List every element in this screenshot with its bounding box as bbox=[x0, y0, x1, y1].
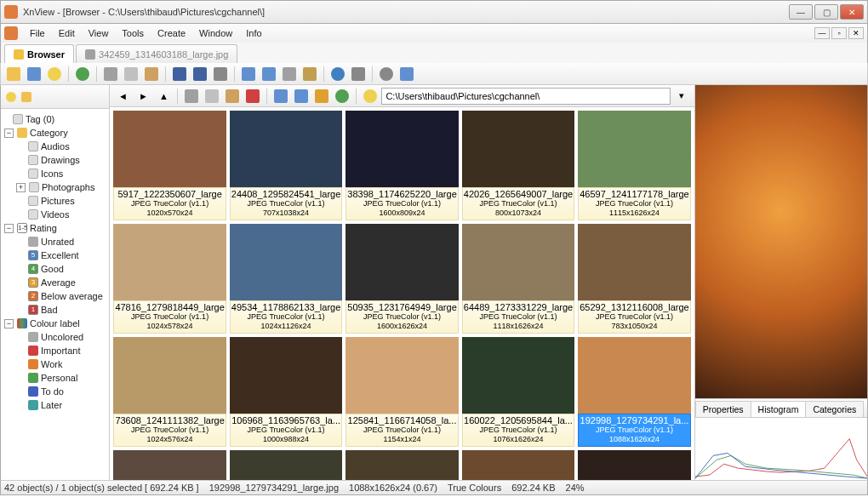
nav-copy-button[interactable] bbox=[203, 87, 221, 106]
tab-properties[interactable]: Properties bbox=[695, 401, 751, 417]
save-button[interactable] bbox=[25, 65, 43, 83]
search-button[interactable] bbox=[300, 65, 319, 83]
path-input[interactable] bbox=[381, 88, 670, 105]
tree-rating-4[interactable]: 4Good bbox=[3, 262, 107, 276]
tree-colour-work[interactable]: Work bbox=[3, 357, 107, 371]
maximize-button[interactable]: ▢ bbox=[814, 4, 838, 20]
menu-tools[interactable]: Tools bbox=[115, 26, 151, 40]
thumbnail-item[interactable]: 64489_1273331229_largeJPEG TrueColor (v1… bbox=[462, 224, 574, 334]
tab-histogram[interactable]: Histogram bbox=[751, 401, 807, 417]
tree-cat-pictures[interactable]: Pictures bbox=[3, 194, 107, 208]
thumbnail-item[interactable]: 106968_1163965763_la...JPEG TrueColor (v… bbox=[230, 337, 342, 447]
menu-info[interactable]: Info bbox=[239, 26, 268, 40]
tab-image[interactable]: 342459_1314603188_large.jpg bbox=[76, 44, 237, 63]
thumbnail-item[interactable]: 232947_1272920540_la...JPEG TrueColor (v… bbox=[462, 450, 574, 480]
menu-edit[interactable]: Edit bbox=[52, 26, 82, 40]
nav-view-button[interactable] bbox=[271, 87, 290, 106]
nav-forward-button[interactable]: ► bbox=[134, 87, 152, 106]
web-button[interactable] bbox=[328, 65, 347, 83]
tree-colour-later[interactable]: Later bbox=[3, 398, 107, 412]
tree-cat-videos[interactable]: Videos bbox=[3, 208, 107, 221]
thumbnail-item[interactable]: 47816_1279818449_largeJPEG TrueColor (v1… bbox=[113, 224, 226, 334]
nav-filter-button[interactable] bbox=[312, 87, 331, 106]
copy-button[interactable] bbox=[122, 65, 140, 83]
tree-colour-personal[interactable]: Personal bbox=[3, 371, 107, 385]
tree-rating-3[interactable]: 3Average bbox=[3, 276, 107, 289]
nav-fav-button[interactable] bbox=[361, 87, 380, 106]
nav-back-button[interactable]: ◄ bbox=[113, 87, 132, 106]
tree-colour-important[interactable]: Important bbox=[3, 344, 107, 357]
thumbnail-item[interactable]: 193080_1180812049_la...JPEG TrueColor (v… bbox=[113, 450, 226, 480]
layout-button[interactable] bbox=[397, 65, 416, 83]
fullscreen-button[interactable] bbox=[170, 65, 189, 83]
slideshow-button[interactable] bbox=[191, 65, 209, 83]
batch-button[interactable] bbox=[260, 65, 278, 83]
thumbnail-item[interactable]: 50935_1231764949_largeJPEG TrueColor (v1… bbox=[345, 224, 458, 334]
tab-categories[interactable]: Categories bbox=[805, 401, 864, 417]
nav-refresh-button[interactable] bbox=[333, 87, 351, 106]
tree-cat-drawings[interactable]: Drawings bbox=[3, 153, 107, 167]
path-dropdown-button[interactable]: ▾ bbox=[672, 87, 691, 106]
rename-button[interactable] bbox=[280, 65, 299, 83]
nav-delete-button[interactable] bbox=[243, 87, 262, 106]
nav-cut-button[interactable] bbox=[182, 87, 201, 106]
thumbnail-grid[interactable]: 5917_1222350607_largeJPEG TrueColor (v1.… bbox=[110, 107, 694, 480]
thumbnail-item[interactable]: 49534_1178862133_largeJPEG TrueColor (v1… bbox=[230, 224, 342, 334]
tree-tag[interactable]: Tag (0) bbox=[3, 112, 107, 126]
tree-colour-label[interactable]: −Colour label bbox=[3, 317, 107, 330]
thumbnail-item[interactable]: 192998_1279734291_la...JPEG TrueColor (v… bbox=[578, 337, 690, 447]
open-button[interactable] bbox=[4, 65, 23, 83]
app-icon bbox=[4, 5, 18, 19]
nav-paste-button[interactable] bbox=[223, 87, 242, 106]
thumbnail-item[interactable]: 42026_1265649007_largeJPEG TrueColor (v1… bbox=[462, 111, 574, 220]
tree-colour-uncolored[interactable]: Uncolored bbox=[3, 330, 107, 344]
refresh-button[interactable] bbox=[73, 65, 92, 83]
tree-rating-unrated[interactable]: Unrated bbox=[3, 235, 107, 248]
nav-up-button[interactable]: ▲ bbox=[154, 87, 173, 106]
menu-create[interactable]: Create bbox=[151, 26, 192, 40]
tree-rating[interactable]: −1-5Rating bbox=[3, 221, 107, 235]
thumbnail-image bbox=[578, 224, 690, 300]
thumbnail-item[interactable]: 73608_1241111382_largeJPEG TrueColor (v1… bbox=[113, 337, 226, 447]
favorite-button[interactable] bbox=[45, 65, 64, 83]
preview-image[interactable] bbox=[695, 85, 867, 398]
tree-rating-1[interactable]: 1Bad bbox=[3, 303, 107, 317]
thumbnail-image bbox=[230, 450, 342, 480]
thumbnail-item[interactable]: 125841_1166714058_la...JPEG TrueColor (v… bbox=[345, 337, 458, 447]
thumbnail-caption: 46597_1241177178_largeJPEG TrueColor (v1… bbox=[578, 187, 690, 220]
tree-category[interactable]: −Category bbox=[3, 126, 107, 140]
acquire-button[interactable] bbox=[349, 65, 368, 83]
thumbnail-item[interactable]: 244895_1291333321_la...JPEG TrueColor (v… bbox=[578, 450, 690, 480]
tree-cat-icons[interactable]: Icons bbox=[3, 167, 107, 180]
cut-button[interactable] bbox=[101, 65, 120, 83]
tree-cat-photographs[interactable]: +Photographs bbox=[3, 180, 107, 194]
thumbnail-item[interactable]: 24408_1295824541_largeJPEG TrueColor (v1… bbox=[230, 111, 342, 220]
tree-cat-audios[interactable]: Audios bbox=[3, 140, 107, 153]
bookmark-icon[interactable] bbox=[21, 92, 31, 102]
thumbnail-item[interactable]: 218717_1310767180_la...JPEG TrueColor (v… bbox=[230, 450, 342, 480]
mdi-minimize-button[interactable]: — bbox=[814, 27, 830, 39]
menu-view[interactable]: View bbox=[82, 26, 116, 40]
tree-colour-todo[interactable]: To do bbox=[3, 385, 107, 398]
tab-browser[interactable]: Browser bbox=[4, 44, 74, 63]
thumbnail-item[interactable]: 160022_1205695844_la...JPEG TrueColor (v… bbox=[462, 337, 574, 447]
convert-button[interactable] bbox=[239, 65, 258, 83]
menu-window[interactable]: Window bbox=[192, 26, 239, 40]
thumbnail-item[interactable]: 5917_1222350607_largeJPEG TrueColor (v1.… bbox=[113, 111, 226, 220]
nav-sort-button[interactable] bbox=[292, 87, 311, 106]
thumbnail-item[interactable]: 38398_1174625220_largeJPEG TrueColor (v1… bbox=[345, 111, 458, 220]
tree-rating-5[interactable]: 5Excellent bbox=[3, 248, 107, 262]
mdi-close-button[interactable]: ✕ bbox=[848, 27, 864, 39]
thumbnail-item[interactable]: 65292_1312116008_largeJPEG TrueColor (v1… bbox=[578, 224, 690, 334]
print-button[interactable] bbox=[211, 65, 230, 83]
close-button[interactable]: ✕ bbox=[840, 4, 864, 20]
paste-button[interactable] bbox=[142, 65, 161, 83]
tree-rating-2[interactable]: 2Below average bbox=[3, 289, 107, 303]
thumbnail-item[interactable]: 227196_1212816978_la...JPEG TrueColor (v… bbox=[345, 450, 458, 480]
settings-button[interactable] bbox=[377, 65, 396, 83]
minimize-button[interactable]: — bbox=[789, 4, 813, 20]
star-icon[interactable] bbox=[6, 92, 16, 102]
menu-file[interactable]: File bbox=[23, 26, 52, 40]
thumbnail-item[interactable]: 46597_1241177178_largeJPEG TrueColor (v1… bbox=[578, 111, 690, 220]
mdi-restore-button[interactable]: ▫ bbox=[831, 27, 847, 39]
